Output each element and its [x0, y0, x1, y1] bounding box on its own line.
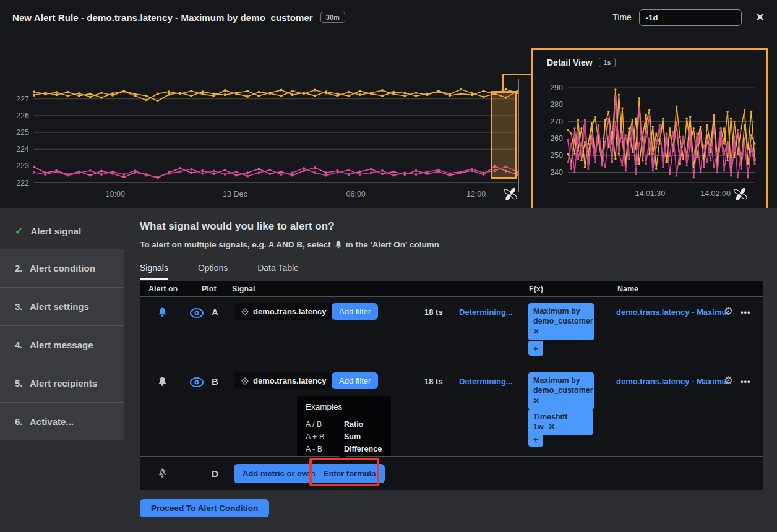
metric-tag-icon — [241, 377, 249, 385]
example-description: Difference — [344, 445, 382, 453]
svg-text:270: 270 — [550, 118, 563, 126]
svg-text:12:00: 12:00 — [466, 190, 486, 199]
add-filter-button[interactable]: Add filter — [332, 372, 378, 389]
sidebar-item-alert-signal[interactable]: ✓ Alert signal — [0, 213, 124, 249]
step-label: Alert message — [30, 340, 93, 350]
alert-on-bell-muted-icon[interactable] — [157, 468, 168, 478]
formula-examples-tooltip: Examples A / B Ratio A + B Sum A - B Dif… — [297, 396, 391, 456]
signal-pill[interactable]: demo.trans.latency — [234, 372, 334, 389]
svg-text:226: 226 — [16, 111, 29, 120]
table-row: B demo.trans.latency Add filter 18 ts De… — [140, 366, 763, 456]
svg-text:14:01:30: 14:01:30 — [635, 189, 666, 198]
svg-text:14:02:00: 14:02:00 — [700, 189, 731, 198]
plot-letter: D — [212, 468, 218, 479]
signal-pill[interactable]: demo.trans.latency — [234, 303, 334, 320]
time-label: Time — [612, 12, 632, 22]
svg-text:225: 225 — [16, 128, 29, 137]
detail-view-panel: Detail View 1s 24025026027028029014:01:3… — [531, 48, 768, 210]
timeseries-count: 18 ts — [424, 377, 443, 386]
svg-text:250: 250 — [550, 151, 563, 160]
sidebar-item-alert-recipients[interactable]: 5. Alert recipients — [0, 364, 124, 402]
tooltip-row: A - B Difference — [306, 445, 382, 453]
step-label: Alert recipients — [30, 378, 97, 388]
alert-on-bell-icon[interactable] — [157, 307, 168, 317]
tooltip-row: A + B Sum — [306, 432, 382, 441]
fx-analytics-chip[interactable]: Maximum by demo_customer ✕ — [528, 372, 594, 410]
add-filter-button[interactable]: Add filter — [332, 303, 378, 320]
new-signal-row: D Add metric or event Enter formula — [140, 456, 763, 490]
status-link[interactable]: Determining... — [459, 307, 513, 317]
example-formula: A / B — [306, 420, 344, 429]
detail-view-header: Detail View 1s — [547, 58, 616, 67]
tooltip-title: Examples — [306, 402, 382, 416]
proceed-to-alert-condition-button[interactable]: Proceed To Alert Condition — [140, 499, 269, 517]
alert-signal-content: What signal would you like to alert on? … — [140, 208, 763, 517]
table-header-row: Alert on Plot Signal F(x) Name — [140, 281, 763, 296]
fx-analytics-chip[interactable]: Maximum by demo_customer ✕ — [528, 303, 594, 340]
section-subheading: To alert on multiple signals, e.g. A AND… — [140, 240, 763, 249]
close-icon[interactable]: ✕ — [755, 12, 765, 23]
chip-close-icon[interactable]: ✕ — [533, 397, 589, 406]
resolution-badge: 30m — [320, 12, 345, 23]
sidebar-item-alert-condition[interactable]: 2. Alert condition — [0, 249, 124, 287]
sidebar-item-alert-settings[interactable]: 3. Alert settings — [0, 287, 124, 325]
example-formula: A - B — [306, 445, 344, 453]
resolution-pinwheel-icon — [732, 186, 749, 202]
sidebar-item-alert-message[interactable]: 4. Alert message — [0, 325, 124, 364]
plot-letter: A — [212, 307, 218, 317]
add-fx-button[interactable]: + — [528, 341, 543, 356]
more-options-icon[interactable]: ••• — [741, 307, 751, 317]
tooltip-caret — [339, 456, 346, 460]
enter-formula-button[interactable]: Enter formula — [315, 464, 385, 483]
svg-text:18:00: 18:00 — [106, 190, 125, 199]
modal-header: New Alert Rule - demo.trans.latency - Ma… — [0, 0, 777, 35]
example-description: Ratio — [344, 420, 363, 429]
col-plot: Plot — [202, 285, 217, 293]
step-label: Alert settings — [30, 301, 89, 312]
tab-data-table[interactable]: Data Table — [257, 263, 299, 280]
step-number: 5. — [15, 378, 30, 388]
chart-cursor-line — [518, 79, 519, 192]
zoom-highlight-region[interactable] — [491, 91, 517, 179]
tab-signals[interactable]: Signals — [140, 263, 168, 280]
gear-icon[interactable]: ⚙ — [724, 305, 733, 318]
more-options-icon[interactable]: ••• — [741, 377, 751, 386]
detail-chart-canvas[interactable]: 24025026027028029014:01:3014:02:00 — [533, 75, 766, 206]
alert-on-bell-icon[interactable] — [157, 376, 168, 387]
col-signal: Signal — [232, 285, 255, 293]
detail-resolution-badge: 1s — [599, 58, 616, 67]
chip-close-icon[interactable]: ✕ — [533, 327, 589, 337]
detail-view-title: Detail View — [547, 58, 593, 67]
add-fx-button[interactable]: + — [528, 432, 543, 447]
add-metric-or-event-button[interactable]: Add metric or event — [234, 464, 327, 483]
svg-text:290: 290 — [550, 84, 563, 92]
chip-close-icon[interactable]: ✕ — [549, 423, 555, 431]
plot-letter: B — [212, 376, 218, 387]
step-label: Alert condition — [30, 263, 95, 273]
check-icon: ✓ — [15, 225, 23, 237]
gear-icon[interactable]: ⚙ — [724, 374, 733, 387]
svg-text:224: 224 — [16, 145, 29, 153]
tab-options[interactable]: Options — [198, 263, 228, 280]
svg-text:222: 222 — [16, 179, 29, 187]
status-link[interactable]: Determining... — [459, 377, 513, 386]
tooltip-row: A / B Ratio — [306, 420, 382, 429]
detail-connector-line — [502, 74, 504, 93]
visibility-eye-icon[interactable] — [189, 308, 204, 318]
svg-text:223: 223 — [16, 161, 29, 170]
signal-display-name[interactable]: demo.trans.latency - Maximun — [616, 307, 728, 317]
detail-connector-line — [502, 74, 532, 75]
signal-name: demo.trans.latency — [253, 307, 327, 316]
wizard-steps-sidebar: ✓ Alert signal 2. Alert condition 3. Ale… — [0, 208, 124, 532]
subheading-post: in the 'Alert On' column — [346, 240, 439, 249]
table-row: A demo.trans.latency Add filter 18 ts De… — [140, 296, 763, 366]
sidebar-item-activate[interactable]: 6. Activate... — [0, 402, 124, 440]
svg-text:260: 260 — [550, 134, 563, 143]
signal-display-name[interactable]: demo.trans.latency - Maximun — [616, 377, 728, 386]
col-name: Name — [617, 285, 638, 293]
time-input[interactable] — [639, 9, 742, 26]
step-number: 3. — [15, 301, 30, 312]
visibility-eye-icon[interactable] — [189, 377, 204, 387]
resolution-pinwheel-icon — [502, 186, 518, 202]
chart-section: 22222322422522622718:0013 Dec06:0012:00 … — [0, 0, 777, 208]
